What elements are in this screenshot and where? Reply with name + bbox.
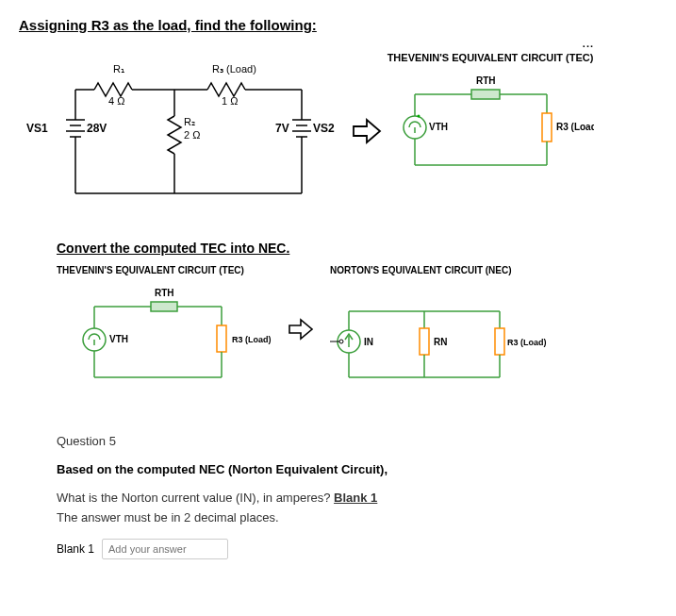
r3-value: 1 Ω bbox=[222, 95, 238, 107]
svg-point-30 bbox=[418, 115, 420, 118]
question-line2: The answer must be in 2 decimal places. bbox=[57, 510, 657, 524]
r3-label: R₃ (Load) bbox=[212, 63, 256, 75]
rth-mid-label: RTH bbox=[155, 288, 174, 298]
nec-block: NORTON'S EQUIVALENT CIRCUIT (NEC) bbox=[321, 265, 547, 406]
vs2-value: 7V bbox=[275, 122, 289, 135]
original-circuit: R₁ 4 Ω R₃ (Load) 1 Ω VS1 28V R₂ 2 Ω 7V V… bbox=[19, 52, 349, 212]
tec-top-title: THEVENIN'S EQUIVALENT CIRCUIT (TEC) bbox=[387, 52, 594, 63]
vs2-label: VS2 bbox=[313, 122, 335, 135]
r2-label: R₂ bbox=[184, 116, 195, 127]
blank-label: Blank 1 bbox=[57, 542, 94, 556]
arrow-right-icon bbox=[349, 117, 387, 148]
nec-title: NORTON'S EQUIVALENT CIRCUIT (NEC) bbox=[330, 265, 547, 275]
question-line1-text: What is the Norton current value (IN), i… bbox=[57, 491, 334, 505]
svg-rect-23 bbox=[542, 113, 552, 142]
mid-circuits-row: THEVENIN'S EQUIVALENT CIRCUIT (TEC) bbox=[57, 265, 657, 406]
tec-mid-block: THEVENIN'S EQUIVALENT CIRCUIT (TEC) bbox=[57, 265, 283, 406]
r1-value: 4 Ω bbox=[108, 95, 124, 107]
vs1-label: VS1 bbox=[26, 122, 48, 135]
tec-top-block: ... THEVENIN'S EQUIVALENT CIRCUIT (TEC) bbox=[387, 52, 594, 212]
vth-mid-label: VTH bbox=[109, 334, 128, 344]
top-circuits-row: R₁ 4 Ω R₃ (Load) 1 Ω VS1 28V R₂ 2 Ω 7V V… bbox=[19, 52, 657, 212]
blank1-text: Blank 1 bbox=[334, 491, 377, 505]
convert-heading: Convert the computed TEC into NEC. bbox=[57, 241, 657, 256]
load-mid-label: R3 (Load) bbox=[232, 335, 272, 344]
rn-label: RN bbox=[434, 337, 447, 347]
svg-rect-49 bbox=[420, 328, 429, 355]
nec-load-label: R3 (Load) bbox=[507, 338, 547, 347]
arrow-right-icon-2 bbox=[283, 265, 321, 344]
svg-rect-20 bbox=[471, 90, 500, 99]
ellipsis-icon[interactable]: ... bbox=[583, 38, 594, 49]
svg-rect-35 bbox=[217, 325, 226, 352]
r1-label: R₁ bbox=[113, 63, 124, 75]
main-heading: Assigning R3 as the load, find the follo… bbox=[19, 17, 657, 33]
svg-point-55 bbox=[339, 340, 343, 343]
question-line1: What is the Norton current value (IN), i… bbox=[57, 491, 657, 505]
answer-input[interactable] bbox=[102, 539, 228, 559]
r2-value: 2 Ω bbox=[184, 129, 200, 141]
vs1-value: 28V bbox=[87, 122, 107, 135]
rth-top-label: RTH bbox=[476, 75, 496, 86]
question-number: Question 5 bbox=[57, 434, 657, 448]
load-top-label: R3 (Load) bbox=[556, 122, 594, 132]
in-label: IN bbox=[364, 337, 373, 347]
svg-rect-52 bbox=[495, 328, 504, 355]
vth-top-label: VTH bbox=[429, 122, 448, 132]
svg-rect-32 bbox=[151, 302, 177, 311]
answer-row: Blank 1 bbox=[57, 539, 657, 559]
question-statement: Based on the computed NEC (Norton Equiva… bbox=[57, 462, 657, 476]
tec-mid-title: THEVENIN'S EQUIVALENT CIRCUIT (TEC) bbox=[57, 265, 283, 275]
